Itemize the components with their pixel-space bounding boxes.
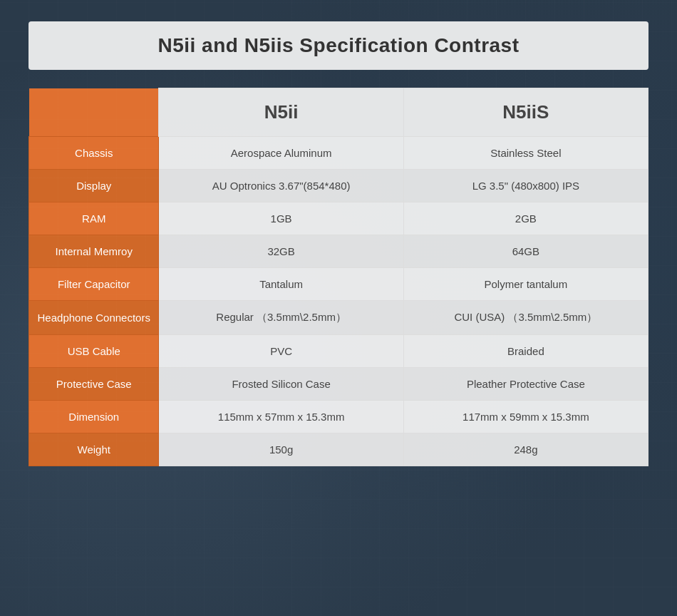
row-n5ii-value: 115mm x 57mm x 15.3mm xyxy=(159,401,403,433)
row-label: Weight xyxy=(29,433,159,466)
table-row: RAM1GB2GB xyxy=(29,202,648,235)
row-label: Headphone Connectors xyxy=(29,301,159,335)
row-n5iis-value: 117mm x 59mm x 15.3mm xyxy=(403,401,648,433)
row-n5ii-value: 1GB xyxy=(159,202,403,235)
table-row: ChassisAerospace AluminumStainless Steel xyxy=(29,137,648,170)
row-n5iis-value: Braided xyxy=(403,335,648,368)
table-row: Internal Memroy32GB64GB xyxy=(29,235,648,268)
table-row: Headphone ConnectorsRegular （3.5mm\2.5mm… xyxy=(29,301,648,335)
table-row: DisplayAU Optronics 3.67"(854*480)LG 3.5… xyxy=(29,170,648,202)
table-row: Filter CapacitorTantalumPolymer tantalum xyxy=(29,268,648,301)
row-label: Display xyxy=(29,170,159,202)
row-n5iis-value: 2GB xyxy=(403,202,648,235)
row-n5iis-value: Polymer tantalum xyxy=(403,268,648,301)
row-label: USB Cable xyxy=(29,335,159,368)
row-n5iis-value: Stainless Steel xyxy=(403,137,648,170)
row-n5ii-value: PVC xyxy=(159,335,403,368)
row-n5iis-value: 64GB xyxy=(403,235,648,268)
row-n5ii-value: Regular （3.5mm\2.5mm） xyxy=(159,301,403,335)
row-n5ii-value: Tantalum xyxy=(159,268,403,301)
row-n5iis-value: Pleather Protective Case xyxy=(403,368,648,401)
row-n5ii-value: AU Optronics 3.67"(854*480) xyxy=(159,170,403,202)
row-label: RAM xyxy=(29,202,159,235)
row-label: Protective Case xyxy=(29,368,159,401)
table-row: Dimension115mm x 57mm x 15.3mm117mm x 59… xyxy=(29,401,648,433)
row-n5ii-value: 150g xyxy=(159,433,403,466)
table-row: Weight150g248g xyxy=(29,433,648,466)
row-n5iis-value: CUI (USA) （3.5mm\2.5mm） xyxy=(403,301,648,335)
table-header-n5ii: N5ii xyxy=(159,88,403,137)
row-label: Chassis xyxy=(29,137,159,170)
row-n5ii-value: Frosted Silicon Case xyxy=(159,368,403,401)
row-n5ii-value: Aerospace Aluminum xyxy=(159,137,403,170)
comparison-table: N5ii N5iiS ChassisAerospace AluminumStai… xyxy=(29,88,648,466)
row-n5iis-value: 248g xyxy=(403,433,648,466)
table-header-n5iis: N5iiS xyxy=(403,88,648,137)
row-label: Internal Memroy xyxy=(29,235,159,268)
row-label: Filter Capacitor xyxy=(29,268,159,301)
page-title: N5ii and N5iis Specification Contrast xyxy=(29,21,648,70)
row-n5iis-value: LG 3.5" (480x800) IPS xyxy=(403,170,648,202)
table-row: USB CablePVCBraided xyxy=(29,335,648,368)
row-label: Dimension xyxy=(29,401,159,433)
table-row: Protective CaseFrosted Silicon CasePleat… xyxy=(29,368,648,401)
table-header-label xyxy=(29,88,159,137)
row-n5ii-value: 32GB xyxy=(159,235,403,268)
